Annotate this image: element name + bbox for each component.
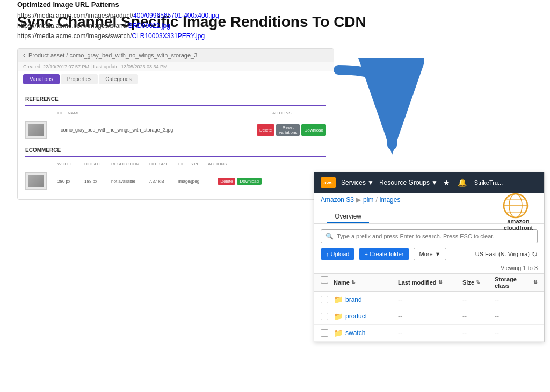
pim-content: REFERENCE FILE NAME ACTIONS como_gray_be… [18,88,334,199]
aws-panel: aws Services ▼ Resource Groups ▼ ★ 🔔 Str… [314,172,545,342]
col-thumbnail [25,111,57,115]
services-chevron-icon: ▼ [367,179,374,186]
user-label[interactable]: StrikeTru... [474,179,503,186]
breadcrumb-sep2: / [375,196,377,204]
aws-search-bar[interactable]: 🔍 [321,229,538,243]
th-name: Name ⇅ [334,276,398,289]
cf-brand-text: amazon cloudfront [504,218,533,231]
row-checkbox-1[interactable] [321,313,328,320]
folder-icon-2: 📁 [334,329,343,337]
notification-bell-icon[interactable]: 🔔 [458,178,467,187]
region-info: US East (N. Virginia) ↻ [475,250,538,258]
sort-icon[interactable]: ⇅ [351,280,356,285]
th-storage-class: Storage class ⇅ [495,276,538,289]
ecomm-actions: Delete Download [208,178,262,185]
url-prefix-2: https://media.acme.com/images/swatch/ [17,32,132,40]
ecol-height: HEIGHT [84,162,111,166]
more-button[interactable]: More ▼ [414,248,447,260]
cf-text1: amazon [504,218,533,224]
col-actions: ACTIONS [272,111,326,115]
create-folder-button[interactable]: + Create folder [359,248,409,260]
ecol-width: WIDTH [57,162,84,166]
ref-thumb-img [28,124,44,136]
url-prefix-1: https://media.acme.com/images/brand/ [17,22,128,30]
tab-overview[interactable]: Overview [327,210,369,223]
url-prefix-0: https://media.acme.com/images/product/ [17,12,133,19]
lm-sort-icon[interactable]: ⇅ [438,280,443,285]
breadcrumb-s3[interactable]: Amazon S3 [321,196,354,204]
ecommerce-divider [25,156,326,157]
size-sort-icon[interactable]: ⇅ [476,280,480,285]
th-last-modified: Last modified ⇅ [398,276,462,289]
row-name-text-0: brand [345,296,362,303]
bottom-section: Optimized Image URL Patterns https://med… [17,1,323,42]
sc-sort-icon[interactable]: ⇅ [533,280,538,285]
aws-table-header: Name ⇅ Last modified ⇅ Size ⇅ Storage cl… [314,273,544,292]
more-label: More [419,251,433,257]
row-lm-0: -- [398,296,462,303]
services-label: Services [341,179,366,186]
bookmark-icon[interactable]: ★ [443,178,450,187]
rg-chevron-icon: ▼ [431,179,438,186]
folder-icon-1: 📁 [334,312,343,321]
tab-variations[interactable]: Variations [23,74,60,84]
row-name-text-1: product [345,313,367,320]
row-checkbox-2[interactable] [321,329,328,337]
ecomm-height: 188 px [84,179,111,184]
download-button[interactable]: Download [301,124,326,136]
header-checkbox-col [321,276,334,289]
cf-text2: cloudfront [504,224,533,231]
select-all-checkbox[interactable] [321,276,328,284]
row-sc-0: -- [495,296,538,303]
ref-actions: Delete Reset variations Download [272,124,326,136]
aws-toolbar: ↑ Upload + Create folder More ▼ US East … [314,248,544,265]
opt-title: Optimized Image URL Patterns [17,1,323,9]
aws-navbar: aws Services ▼ Resource Groups ▼ ★ 🔔 Str… [314,172,544,193]
url-list: https://media.acme.com/images/product/40… [17,11,323,42]
more-chevron-icon: ▼ [435,251,441,257]
ecomm-delete-button[interactable]: Delete [218,178,235,185]
aws-header-area: Amazon S3 ▶ pim / images amazon c [314,193,544,207]
tab-properties[interactable]: Properties [61,74,98,84]
search-input[interactable] [337,233,533,239]
aws-nav-services[interactable]: Services ▼ [341,179,374,186]
row-lm-2: -- [398,329,462,337]
breadcrumb-sep1: ▶ [356,196,361,204]
col-filename: FILE NAME [57,111,272,115]
ecomm-table-header: WIDTH HEIGHT RESOLUTION FILE SIZE FILE T… [25,161,326,168]
th-name-label: Name [334,279,350,286]
aws-nav-resource-groups[interactable]: Resource Groups ▼ [379,179,438,186]
ecol-filesize: FILE SIZE [149,162,178,166]
table-row: 📁 swatch -- -- -- [314,325,544,342]
refresh-icon[interactable]: ↻ [532,250,538,258]
viewing-info: Viewing 1 to 3 [314,265,544,273]
upload-button[interactable]: ↑ Upload [321,248,354,260]
row-name-0[interactable]: 📁 brand [334,295,398,304]
th-size: Size ⇅ [462,276,495,289]
aws-logo-text: aws [323,180,332,185]
pim-breadcrumb: Product asset / como_gray_bed_with_no_wi… [28,52,197,59]
tab-categories[interactable]: Categories [99,74,138,84]
row-lm-1: -- [398,313,462,320]
ecomm-filesize: 7.37 KB [149,179,178,184]
ecomm-download-button[interactable]: Download [237,178,262,185]
back-arrow-icon[interactable]: ‹ [23,52,25,59]
aws-logo-box: aws [321,177,336,188]
reference-table-header: FILE NAME ACTIONS [25,110,326,117]
row-name-1[interactable]: 📁 product [334,312,398,321]
th-sc-label: Storage class [495,276,532,289]
url-highlight-1[interactable]: BRD00022.jpg [128,22,170,30]
pim-dates: Created: 22/10/2017 07:57 PM | Last upda… [18,62,334,71]
row-size-1: -- [462,313,495,320]
reset-button[interactable]: Reset variations [276,124,300,136]
url-highlight-2[interactable]: CLR10003X331PERY.jpg [132,32,205,40]
url-highlight-0[interactable]: 400/0996565701-400x400.jpg [133,12,219,19]
row-checkbox-0[interactable] [321,296,328,303]
breadcrumb-images[interactable]: images [380,196,401,204]
url-item: https://media.acme.com/images/swatch/CLR… [17,31,323,41]
delete-button[interactable]: Delete [257,124,274,136]
reference-row: como_gray_bed_with_no_wings_with_storage… [25,119,326,141]
breadcrumb-pim[interactable]: pim [363,196,373,204]
row-checkbox-col [321,313,334,320]
row-name-2[interactable]: 📁 swatch [334,329,398,337]
